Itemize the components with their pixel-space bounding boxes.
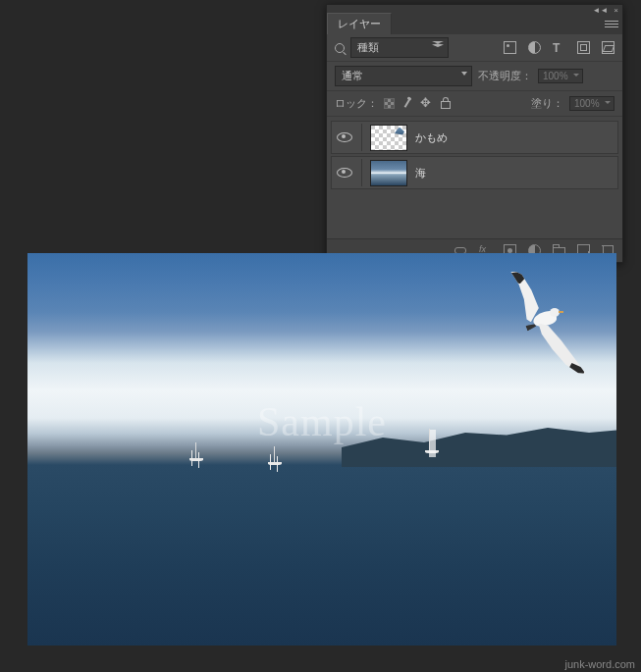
fill-label: 塗り：: [531, 96, 563, 111]
shape-filter-icon[interactable]: [577, 41, 590, 54]
lock-all-icon[interactable]: [440, 98, 451, 109]
layer-thumbnail[interactable]: [370, 125, 407, 151]
panel-menu-icon[interactable]: [605, 19, 618, 28]
lock-icons: [384, 98, 451, 109]
panel-tabs: レイヤー: [327, 15, 622, 34]
blend-mode-dropdown[interactable]: 通常: [335, 66, 472, 86]
fill-input[interactable]: 100%: [569, 96, 614, 111]
seagull: [499, 273, 592, 376]
tab-layers[interactable]: レイヤー: [327, 13, 392, 34]
layer-name[interactable]: 海: [415, 166, 426, 181]
smart-filter-icon[interactable]: [602, 41, 614, 54]
collapse-icon[interactable]: ◄◄: [592, 6, 608, 15]
search-icon: [335, 43, 345, 53]
sailboat: [189, 441, 203, 461]
layers-empty-area[interactable]: [331, 191, 618, 234]
filter-row: 種類: [327, 34, 622, 62]
blend-row: 通常 不透明度： 100%: [327, 62, 622, 91]
sample-watermark: Sample: [257, 398, 387, 445]
adjustment-filter-icon[interactable]: [528, 41, 541, 54]
layer-name[interactable]: かもめ: [415, 130, 448, 145]
site-watermark: junk-word.com: [564, 658, 635, 670]
lock-pixels-icon[interactable]: [402, 98, 413, 109]
close-icon[interactable]: ×: [614, 6, 618, 15]
lock-position-icon[interactable]: [421, 98, 432, 109]
layer-thumbnail[interactable]: [370, 160, 407, 186]
lock-transparency-icon[interactable]: [384, 98, 395, 109]
sailboat: [268, 445, 282, 465]
lock-row: ロック： 塗り： 100%: [327, 91, 622, 117]
opacity-label: 不透明度：: [478, 69, 532, 83]
filter-kind-dropdown[interactable]: 種類: [350, 37, 449, 58]
opacity-input[interactable]: 100%: [538, 69, 583, 83]
visibility-toggle-icon[interactable]: [336, 164, 353, 181]
lock-label: ロック：: [335, 96, 378, 111]
image-filter-icon[interactable]: [504, 41, 516, 54]
text-filter-icon[interactable]: [553, 41, 565, 54]
layers-list: かもめ 海: [327, 117, 622, 238]
layers-panel: ◄◄ × レイヤー 種類 通常 不透明度： 100% ロック： 塗り： 10: [326, 4, 623, 263]
canvas-image[interactable]: Sample: [27, 253, 616, 646]
layer-row[interactable]: かもめ: [331, 121, 618, 154]
sailboat: [425, 434, 439, 453]
visibility-toggle-icon[interactable]: [336, 129, 353, 146]
filter-icons: [504, 41, 614, 54]
layer-row[interactable]: 海: [331, 156, 618, 189]
